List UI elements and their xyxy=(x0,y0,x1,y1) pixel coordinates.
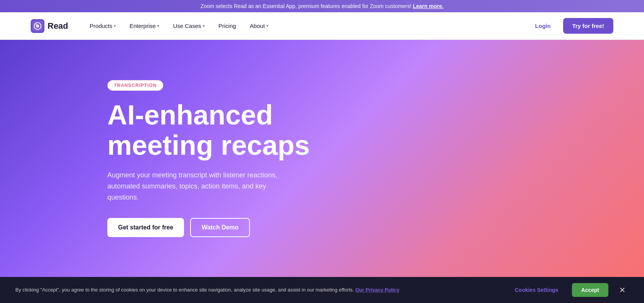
nav-item-products[interactable]: Products ▾ xyxy=(84,20,122,32)
hero-subtitle: Augment your meeting transcript with lis… xyxy=(107,170,299,203)
navbar: Read Products ▾ Enterprise ▾ Use Cases ▾… xyxy=(0,12,644,40)
nav-item-use-cases[interactable]: Use Cases ▾ xyxy=(167,20,210,32)
chevron-down-icon: ▾ xyxy=(203,24,205,28)
learn-more-link[interactable]: Learn more. xyxy=(413,3,444,9)
svg-point-4 xyxy=(35,24,37,25)
hero-buttons: Get started for free Watch Demo xyxy=(107,218,310,237)
nav-item-about[interactable]: About ▾ xyxy=(244,20,274,32)
chevron-down-icon: ▾ xyxy=(157,24,159,28)
watch-demo-button[interactable]: Watch Demo xyxy=(190,218,250,237)
nav-item-enterprise[interactable]: Enterprise ▾ xyxy=(123,20,165,32)
login-button[interactable]: Login xyxy=(529,20,557,32)
transcription-badge: TRANSCRIPTION xyxy=(107,80,163,91)
try-free-button[interactable]: Try for free! xyxy=(563,18,613,34)
nav-actions: Login Try for free! xyxy=(529,18,613,34)
chevron-down-icon: ▾ xyxy=(114,24,116,28)
banner-text: Zoom selects Read as an Essential App, p… xyxy=(200,3,411,9)
hero-content: TRANSCRIPTION AI-enhanced meeting recaps… xyxy=(107,80,310,237)
nav-links: Products ▾ Enterprise ▾ Use Cases ▾ Pric… xyxy=(84,20,529,32)
hero-title: AI-enhanced meeting recaps xyxy=(107,100,310,161)
hero-section: TRANSCRIPTION AI-enhanced meeting recaps… xyxy=(0,40,644,277)
chevron-down-icon: ▾ xyxy=(266,24,268,28)
nav-item-pricing[interactable]: Pricing xyxy=(212,20,242,32)
logo-text: Read xyxy=(48,21,68,31)
get-started-button[interactable]: Get started for free xyxy=(107,218,184,237)
logo-icon xyxy=(31,19,44,33)
logo[interactable]: Read xyxy=(31,19,68,33)
cookie-banner: By clicking "Accept", you agree to the s… xyxy=(0,277,644,277)
announcement-banner: Zoom selects Read as an Essential App, p… xyxy=(0,0,644,12)
